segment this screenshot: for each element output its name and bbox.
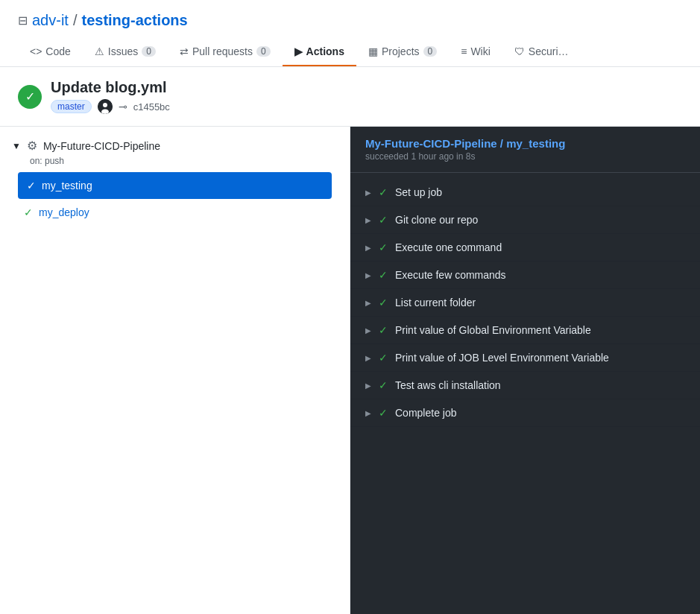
step-expand-icon: ▶ xyxy=(365,354,371,362)
tab-issues-label: Issues xyxy=(108,45,138,57)
projects-badge: 0 xyxy=(423,46,438,57)
right-panel: My-Future-CICD-Pipeline / my_testing suc… xyxy=(350,127,700,614)
commit-check-icon: ✓ xyxy=(25,89,35,104)
step-label: Print value of JOB Level Environment Var… xyxy=(395,352,609,364)
tab-actions[interactable]: ▶ Actions xyxy=(283,38,356,66)
commit-title: Update blog.yml xyxy=(51,79,170,96)
job-name: my_testing xyxy=(506,137,565,150)
step-check-icon: ✓ xyxy=(379,186,388,198)
tab-pull-requests[interactable]: ⇄ Pull requests 0 xyxy=(168,38,283,66)
pr-icon: ⇄ xyxy=(180,45,189,57)
tab-projects-label: Projects xyxy=(382,45,420,57)
steps-list: ▶ ✓ Set up job ▶ ✓ Git clone our repo ▶ … xyxy=(350,173,700,433)
step-expand-icon: ▶ xyxy=(365,326,371,335)
step-test-aws[interactable]: ▶ ✓ Test aws cli installation xyxy=(350,372,700,399)
tab-security-label: Securi… xyxy=(529,45,569,57)
avatar xyxy=(98,99,113,114)
tab-projects[interactable]: ▦ Projects 0 xyxy=(356,38,449,66)
expand-icon: ▼ xyxy=(12,141,21,151)
job-label-my-deploy: my_deploy xyxy=(39,206,89,218)
workflow-name: My-Future-CICD-Pipeline xyxy=(43,140,160,152)
commit-sha: c1455bc xyxy=(133,101,170,113)
step-setup-job[interactable]: ▶ ✓ Set up job xyxy=(350,179,700,206)
main-content: ▼ ⚙ My-Future-CICD-Pipeline on: push ✓ m… xyxy=(0,127,700,614)
job-list: ✓ my_testing ✓ my_deploy xyxy=(12,172,338,226)
step-expand-icon: ▶ xyxy=(365,216,371,224)
step-label: Complete job xyxy=(395,407,457,419)
commit-header: ✓ Update blog.yml master ⊸ c1455bc xyxy=(0,67,700,127)
pr-badge: 0 xyxy=(256,46,271,57)
repo-title: ⊟ adv-it / testing-actions xyxy=(18,12,682,29)
workflow-trigger: on: push xyxy=(12,156,338,166)
left-panel: ▼ ⚙ My-Future-CICD-Pipeline on: push ✓ m… xyxy=(0,127,350,614)
step-execute-few[interactable]: ▶ ✓ Execute few commands xyxy=(350,262,700,289)
step-check-icon: ✓ xyxy=(379,269,388,281)
issues-icon: ⚠ xyxy=(95,45,104,57)
wiki-icon: ≡ xyxy=(461,45,467,57)
issues-badge: 0 xyxy=(142,46,156,57)
tab-issues[interactable]: ⚠ Issues 0 xyxy=(83,38,168,66)
job-pipeline-name: My-Future-CICD-Pipeline xyxy=(365,137,497,150)
workflow-header: ▼ ⚙ My-Future-CICD-Pipeline xyxy=(12,139,338,153)
step-check-icon: ✓ xyxy=(379,352,388,364)
svg-point-1 xyxy=(103,103,107,107)
step-check-icon: ✓ xyxy=(379,214,388,226)
tab-wiki[interactable]: ≡ Wiki xyxy=(449,38,502,66)
step-list-folder[interactable]: ▶ ✓ List current folder xyxy=(350,289,700,317)
step-check-icon: ✓ xyxy=(379,324,388,336)
job-item-my-testing[interactable]: ✓ my_testing xyxy=(18,172,332,199)
projects-icon: ▦ xyxy=(368,45,378,57)
tab-security[interactable]: 🛡 Securi… xyxy=(502,38,581,66)
nav-tabs: <> Code ⚠ Issues 0 ⇄ Pull requests 0 ▶ A… xyxy=(18,38,682,66)
repo-separator: / xyxy=(73,12,78,29)
step-label: Print value of Global Environment Variab… xyxy=(395,324,591,336)
commit-info: Update blog.yml master ⊸ c1455bc xyxy=(51,79,170,114)
tab-pr-label: Pull requests xyxy=(192,45,253,57)
job-check-my-testing: ✓ xyxy=(27,180,36,192)
step-execute-one[interactable]: ▶ ✓ Execute one command xyxy=(350,234,700,262)
repo-header: ⊟ adv-it / testing-actions <> Code ⚠ Iss… xyxy=(0,0,700,67)
job-label-my-testing: my_testing xyxy=(42,180,92,192)
job-item-my-deploy[interactable]: ✓ my_deploy xyxy=(12,199,338,226)
step-expand-icon: ▶ xyxy=(365,189,371,197)
workflow-icon: ⚙ xyxy=(27,139,37,153)
step-label: Execute one command xyxy=(395,241,502,253)
commit-meta: master ⊸ c1455bc xyxy=(51,99,170,114)
commit-status-icon: ✓ xyxy=(18,85,42,109)
step-check-icon: ✓ xyxy=(379,379,388,391)
code-icon: <> xyxy=(30,45,42,57)
security-icon: 🛡 xyxy=(514,45,525,57)
repo-icon: ⊟ xyxy=(18,13,28,28)
step-complete-job[interactable]: ▶ ✓ Complete job xyxy=(350,399,700,427)
tab-code-label: Code xyxy=(45,45,70,57)
actions-icon: ▶ xyxy=(294,45,303,57)
step-label: Execute few commands xyxy=(395,269,506,281)
branch-badge: master xyxy=(51,100,92,113)
repo-name-link[interactable]: testing-actions xyxy=(81,12,187,29)
job-detail-title: My-Future-CICD-Pipeline / my_testing xyxy=(365,137,685,150)
job-check-my-deploy: ✓ xyxy=(24,206,33,218)
workflow-section: ▼ ⚙ My-Future-CICD-Pipeline on: push ✓ m… xyxy=(0,127,350,238)
repo-owner-link[interactable]: adv-it xyxy=(32,12,69,29)
step-label: Git clone our repo xyxy=(395,214,478,226)
job-status-text: succeeded 1 hour ago in 8s xyxy=(365,151,685,162)
step-expand-icon: ▶ xyxy=(365,299,371,307)
step-check-icon: ✓ xyxy=(379,407,388,419)
step-print-global-env[interactable]: ▶ ✓ Print value of Global Environment Va… xyxy=(350,317,700,344)
step-expand-icon: ▶ xyxy=(365,409,371,417)
step-git-clone[interactable]: ▶ ✓ Git clone our repo xyxy=(350,206,700,234)
tab-wiki-label: Wiki xyxy=(470,45,490,57)
step-expand-icon: ▶ xyxy=(365,244,371,252)
tab-code[interactable]: <> Code xyxy=(18,38,83,66)
step-expand-icon: ▶ xyxy=(365,271,371,279)
commit-sha-arrow: ⊸ xyxy=(119,101,127,113)
step-expand-icon: ▶ xyxy=(365,382,371,390)
step-label: Test aws cli installation xyxy=(395,379,501,391)
right-header: My-Future-CICD-Pipeline / my_testing suc… xyxy=(350,127,700,173)
step-print-job-env[interactable]: ▶ ✓ Print value of JOB Level Environment… xyxy=(350,344,700,372)
step-label: Set up job xyxy=(395,186,442,198)
step-label: List current folder xyxy=(395,297,476,308)
step-check-icon: ✓ xyxy=(379,297,388,308)
tab-actions-label: Actions xyxy=(306,45,344,57)
step-check-icon: ✓ xyxy=(379,241,388,253)
